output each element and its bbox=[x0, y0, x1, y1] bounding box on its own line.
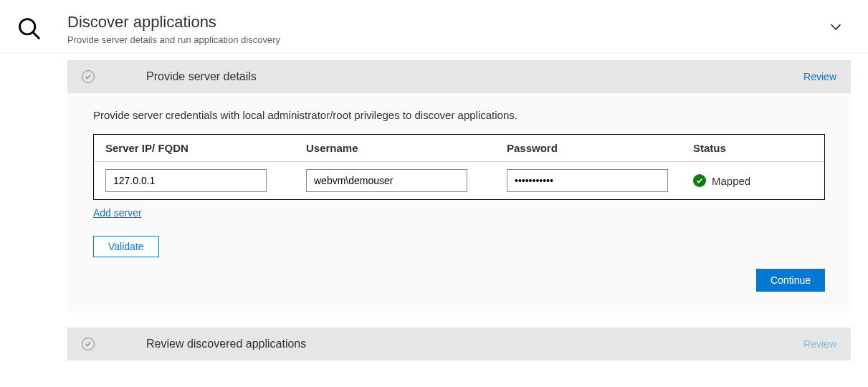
chevron-down-icon bbox=[828, 19, 844, 37]
page-header: Discover applications Provide server det… bbox=[0, 0, 868, 53]
svg-line-1 bbox=[33, 32, 39, 39]
server-ip-input[interactable] bbox=[105, 169, 267, 192]
section-header-server-details: Provide server details Review bbox=[67, 60, 851, 93]
status-label: Mapped bbox=[712, 175, 750, 187]
section-header-review-apps: Review discovered applications Review bbox=[67, 328, 851, 360]
table-header: Server IP/ FQDN Username Password Status bbox=[94, 135, 824, 162]
search-icon bbox=[17, 16, 42, 43]
status-success-icon bbox=[693, 174, 706, 187]
collapse-toggle[interactable] bbox=[828, 13, 851, 37]
status-cell: Mapped bbox=[693, 174, 813, 187]
svg-point-0 bbox=[20, 19, 35, 34]
instructions-text: Provide server credentials with local ad… bbox=[93, 109, 825, 121]
header-titles: Discover applications Provide server det… bbox=[67, 13, 828, 45]
search-icon-wrap bbox=[17, 13, 67, 43]
page-subtitle: Provide server details and run applicati… bbox=[67, 34, 828, 45]
col-header-password: Password bbox=[507, 142, 693, 154]
step-check-icon bbox=[82, 70, 95, 83]
section-title: Provide server details bbox=[146, 70, 803, 83]
page-title: Discover applications bbox=[67, 13, 828, 32]
col-header-ip: Server IP/ FQDN bbox=[105, 142, 306, 154]
col-header-username: Username bbox=[306, 142, 507, 154]
add-server-link[interactable]: Add server bbox=[93, 207, 142, 219]
section-title: Review discovered applications bbox=[146, 338, 803, 350]
password-input[interactable] bbox=[507, 169, 668, 192]
content-area: Provide server details Review Provide se… bbox=[0, 53, 868, 360]
col-header-status: Status bbox=[693, 142, 813, 154]
validate-button[interactable]: Validate bbox=[93, 236, 159, 257]
username-input[interactable] bbox=[306, 169, 467, 192]
continue-button[interactable]: Continue bbox=[756, 269, 825, 292]
review-link-server-details[interactable]: Review bbox=[803, 71, 836, 82]
section-body-server-details: Provide server credentials with local ad… bbox=[67, 93, 851, 312]
table-row: Mapped bbox=[94, 162, 824, 199]
review-link-discovered-apps[interactable]: Review bbox=[803, 338, 836, 350]
step-check-icon bbox=[82, 338, 95, 350]
server-table: Server IP/ FQDN Username Password Status bbox=[93, 134, 825, 200]
